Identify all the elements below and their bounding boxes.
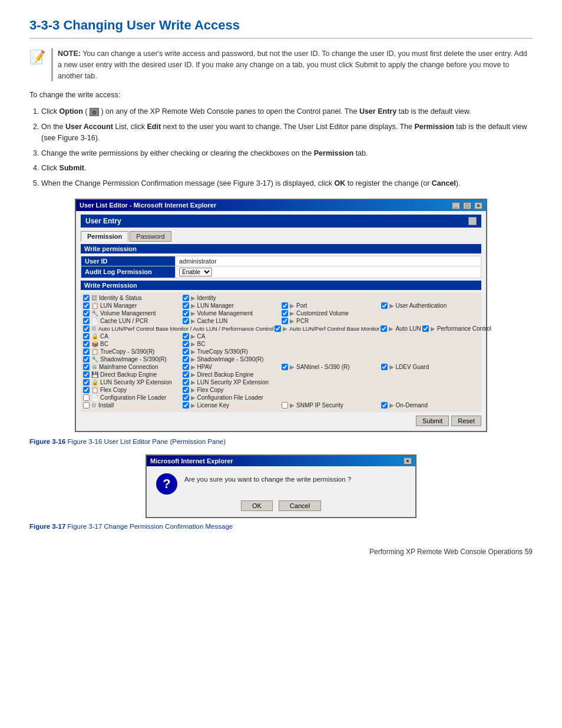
page-title: 3-3-3 Changing User Write Access	[29, 18, 533, 39]
audit-log-select[interactable]: Enable Disable	[179, 268, 212, 276]
cb-config-loader-2[interactable]	[183, 394, 189, 401]
perm-direct-backup-2: ▶ Direct Backup Engine	[183, 371, 281, 378]
cb-port[interactable]	[282, 302, 288, 309]
step-5: When the Change Permission Confirmation …	[41, 178, 533, 189]
perm-config-loader-2: ▶ Configuration File Loader	[183, 394, 281, 401]
perm-auto-lun-3: ▶ Auto LUN	[381, 325, 421, 332]
perm-perf-control: ▶ Performance Control	[422, 325, 491, 332]
cb-ca-1[interactable]	[83, 333, 90, 340]
tab-password[interactable]: Password	[130, 231, 171, 242]
footer-text: Performing XP Remote Web Console Operati…	[369, 548, 533, 556]
user-id-label: User ID	[81, 256, 176, 266]
cb-install[interactable]	[83, 402, 90, 409]
perm-ldev-guard: ▶ LDEV Guard	[381, 364, 480, 370]
cb-flex-copy-1[interactable]	[83, 387, 90, 393]
cb-snmp-security[interactable]	[282, 402, 288, 409]
cb-direct-backup-2[interactable]	[183, 371, 189, 378]
audit-log-label: Audit Log Permission	[81, 266, 176, 278]
cb-auto-lun-2[interactable]	[275, 325, 281, 332]
perm-port: ▶ Port	[282, 302, 380, 309]
cb-truecopy-2[interactable]	[183, 348, 189, 355]
cb-ca-2[interactable]	[183, 333, 189, 340]
user-entry-label: User Entry	[85, 217, 121, 225]
perm-flex-copy-2: ▶ Flex Copy	[183, 387, 281, 393]
perm-hpav: ▶ HPAV	[183, 364, 281, 370]
confirm-message: Are you sure you want to change the writ…	[184, 473, 351, 483]
step-4: Click Submit.	[41, 163, 533, 174]
cb-hpav[interactable]	[183, 364, 189, 370]
perm-cache-lun: ▶ Cache LUN	[183, 318, 281, 324]
cb-ldev-guard[interactable]	[381, 364, 388, 370]
perm-bc-2: ▶ BC	[183, 341, 281, 347]
confirm-dialog: Microsoft Internet Explorer × ? Are you …	[146, 454, 416, 518]
perm-truecopy-2: ▶ TrueCopy S/390(R)	[183, 348, 281, 355]
audit-log-value: Enable Disable	[176, 266, 481, 278]
cb-lun-security-2[interactable]	[183, 379, 189, 386]
cb-user-auth[interactable]	[381, 302, 388, 309]
user-id-table: User ID administrator Audit Log Permissi…	[81, 256, 481, 278]
cb-customized-vol[interactable]	[282, 310, 288, 317]
minimize-button[interactable]: _	[452, 202, 460, 209]
cb-auto-lun-1[interactable]	[83, 325, 90, 332]
cb-config-loader-1[interactable]	[83, 394, 90, 401]
cb-cache-lun-pcr[interactable]	[83, 318, 90, 324]
confirm-close-button[interactable]: ×	[404, 457, 412, 465]
user-id-row: User ID administrator	[81, 256, 481, 266]
cb-truecopy-1[interactable]	[83, 348, 90, 355]
perm-vol-mgmt-2: ▶ Volume Management	[183, 310, 281, 317]
steps-list: Click Option ( ⚙ ) on any of the XP Remo…	[29, 106, 533, 189]
cb-bc-1[interactable]	[83, 341, 90, 347]
cb-vol-mgmt-2[interactable]	[183, 310, 189, 317]
perm-santinel: ▶ SANtinel - S/390 (R)	[282, 364, 380, 370]
cb-lun-manager-2[interactable]	[183, 302, 189, 309]
tab-permission[interactable]: Permission	[81, 231, 128, 242]
figure-16-caption: Figure 3-16 Figure 3-16 User List Editor…	[29, 438, 533, 445]
cb-pcr[interactable]	[282, 318, 288, 324]
perm-lun-security-2: ▶ LUN Security XP Extension	[183, 379, 281, 386]
note-icon: 📝	[29, 50, 45, 65]
confirm-ok-button[interactable]: OK	[241, 500, 273, 511]
titlebar-buttons[interactable]: _ □ ×	[451, 202, 482, 209]
maximize-button[interactable]: □	[463, 202, 471, 209]
cb-lun-security-1[interactable]	[83, 379, 90, 386]
step-1: Click Option ( ⚙ ) on any of the XP Remo…	[41, 106, 533, 117]
step-2: On the User Account List, click Edit nex…	[41, 121, 533, 144]
step-3: Change the write permissions by either c…	[41, 148, 533, 159]
submit-button[interactable]: Submit	[416, 416, 449, 426]
cb-flex-copy-2[interactable]	[183, 387, 189, 393]
perm-flex-copy-1: 📋 Flex Copy	[83, 387, 181, 393]
cb-direct-backup-1[interactable]	[83, 371, 90, 378]
cb-auto-lun-3[interactable]	[381, 325, 387, 332]
cb-identity-status[interactable]	[83, 295, 90, 301]
cb-perf-control[interactable]	[422, 325, 429, 332]
perm-user-auth: ▶ User Authentication	[381, 302, 480, 309]
perm-config-loader-1: 📄 Configuration File Loader	[83, 394, 181, 401]
cb-bc-2[interactable]	[183, 341, 189, 347]
cb-shadow-1[interactable]	[83, 356, 90, 363]
perm-identity-status: 🖼 Identity & Status	[83, 295, 181, 301]
dialog-titlebar: User List Editor - Microsoft Internet Ex…	[76, 200, 486, 211]
user-entry-square-btn[interactable]	[468, 217, 477, 225]
perm-cache-lun-pcr: 📄 Cache LUN / PCR	[83, 318, 181, 324]
cb-vol-mgmt-1[interactable]	[83, 310, 90, 317]
confirm-question-icon: ?	[156, 473, 177, 495]
cb-lun-manager-1[interactable]	[83, 302, 90, 309]
reset-button[interactable]: Reset	[451, 416, 481, 426]
dialog-body: User Entry Permission Password Write per…	[76, 211, 486, 431]
cb-on-demand[interactable]	[381, 402, 388, 409]
user-entry-bar: User Entry	[81, 215, 481, 228]
cb-identity[interactable]	[183, 295, 189, 301]
cb-license-key[interactable]	[183, 402, 189, 409]
user-id-value: administrator	[176, 256, 481, 266]
close-button[interactable]: ×	[474, 202, 482, 209]
perm-shadow-1: 🔧 ShadowImage - S/390(R)	[83, 356, 181, 363]
perm-install: ⚙ Install	[83, 402, 181, 409]
cb-mainframe[interactable]	[83, 364, 90, 370]
confirm-title: Microsoft Internet Explorer	[150, 457, 233, 465]
perm-identity: ▶ Identity	[183, 295, 281, 301]
cb-santinel[interactable]	[282, 364, 288, 370]
cb-cache-lun[interactable]	[183, 318, 189, 324]
write-permission-section-header: Write Permission	[81, 281, 481, 290]
confirm-cancel-button[interactable]: Cancel	[279, 500, 321, 511]
cb-shadow-2[interactable]	[183, 356, 189, 363]
